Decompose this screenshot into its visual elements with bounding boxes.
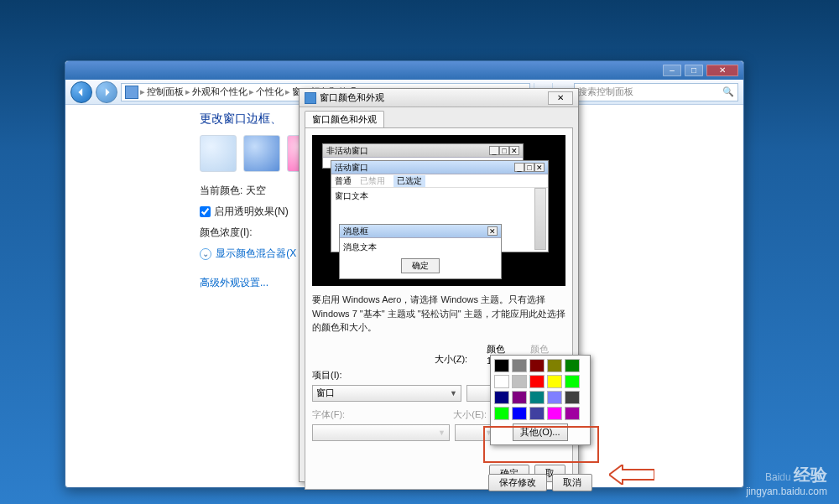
- chevron-down-icon: ⌄: [200, 248, 211, 260]
- minimize-button[interactable]: –: [663, 65, 681, 76]
- nav-back-button[interactable]: [70, 81, 92, 103]
- color-cell[interactable]: [529, 407, 545, 420]
- color-cell[interactable]: [494, 391, 509, 404]
- color-cell[interactable]: [494, 359, 509, 372]
- item-select[interactable]: 窗口▼: [312, 385, 461, 402]
- color-cell[interactable]: [565, 391, 580, 404]
- color-cell[interactable]: [565, 407, 580, 420]
- watermark: Baidu 经验 jingyan.baidu.com: [746, 464, 827, 499]
- address-bar-icon: [125, 86, 138, 99]
- aero-hint-text: 要启用 Windows Aero，请选择 Windows 主题。只有选择 Win…: [312, 293, 565, 335]
- color-cell[interactable]: [565, 359, 580, 372]
- font-select: ▼: [312, 424, 450, 441]
- dialog-title: 窗口颜色和外观: [320, 91, 384, 104]
- color-cell[interactable]: [529, 375, 545, 388]
- preview-pane: 非活动窗口 _□✕ 活动窗口 _□✕ 普通 已禁用 已选定 窗口文本 消息框 ✕: [312, 135, 565, 286]
- dialog-close-button[interactable]: ✕: [548, 91, 573, 105]
- page-button-row: 保存修改 取消: [488, 474, 592, 491]
- size-label: 大小(Z):: [435, 353, 478, 366]
- color-swatch[interactable]: [200, 135, 237, 172]
- preview-menu: 普通 已禁用 已选定: [331, 174, 548, 188]
- dialog-titlebar: 窗口颜色和外观 ✕: [300, 89, 578, 107]
- color-cell[interactable]: [529, 391, 545, 404]
- maximize-button[interactable]: □: [685, 65, 703, 76]
- size2-label: 大小(E):: [453, 408, 487, 421]
- close-button[interactable]: ✕: [706, 65, 738, 76]
- preview-msgbox-close: ✕: [487, 226, 498, 236]
- color-cell[interactable]: [512, 359, 527, 372]
- color-cell[interactable]: [529, 359, 545, 372]
- dialog-tabs: 窗口颜色和外观: [300, 107, 578, 127]
- dialog-icon: [305, 92, 316, 104]
- color-cell[interactable]: [512, 375, 527, 388]
- preview-window-controls: _□✕: [514, 163, 545, 172]
- preview-message-box: 消息框 ✕ 消息文本 确定: [339, 224, 502, 279]
- save-changes-button[interactable]: 保存修改: [488, 474, 547, 491]
- preview-scrollbar: [534, 188, 546, 250]
- search-input[interactable]: 搜索控制面板 🔍: [574, 83, 738, 101]
- color-cell[interactable]: [512, 407, 527, 420]
- color-picker-popup: 其他(O)...: [490, 355, 591, 445]
- color-cell[interactable]: [565, 375, 580, 388]
- search-placeholder: 搜索控制面板: [578, 86, 633, 98]
- nav-forward-button[interactable]: [96, 81, 117, 103]
- font-label: 字体(F):: [312, 408, 345, 421]
- cancel-button[interactable]: 取消: [552, 474, 592, 491]
- color-cell[interactable]: [494, 375, 509, 388]
- color-cell[interactable]: [512, 391, 527, 404]
- color-cell[interactable]: [547, 407, 562, 420]
- color-cell[interactable]: [547, 391, 562, 404]
- preview-window-text: 窗口文本: [331, 188, 548, 205]
- window-titlebar: – □ ✕: [65, 61, 743, 80]
- preview-msgbox-ok: 确定: [401, 258, 440, 273]
- color-cell[interactable]: [547, 375, 562, 388]
- annotation-arrow: [609, 465, 654, 488]
- item-label: 项目(I):: [312, 369, 341, 382]
- color-grid: [494, 359, 586, 420]
- color-swatch[interactable]: [243, 135, 280, 172]
- other-colors-button[interactable]: 其他(O)...: [513, 423, 567, 441]
- transparency-check-input[interactable]: [200, 206, 211, 217]
- search-icon: 🔍: [722, 86, 734, 97]
- color-cell[interactable]: [547, 359, 562, 372]
- color-cell[interactable]: [494, 407, 509, 420]
- tab-appearance[interactable]: 窗口颜色和外观: [305, 111, 384, 127]
- preview-window-controls: _□✕: [489, 146, 519, 155]
